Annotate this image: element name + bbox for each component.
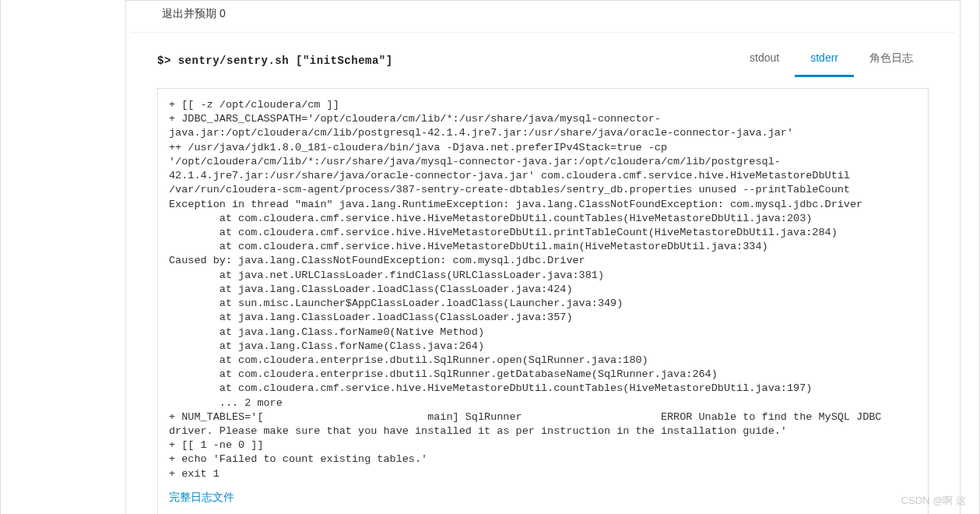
log-tabs: stdout stderr 角色日志 [734,44,929,77]
log-content: + [[ -z /opt/cloudera/cm ]] + JDBC_JARS_… [169,98,917,481]
full-log-link[interactable]: 完整日志文件 [169,491,917,505]
log-panel: 退出并预期 0 $> sentry/sentry.sh ["initSchema… [125,0,961,514]
exit-status-line: 退出并预期 0 [131,1,955,33]
command-line: $> sentry/sentry.sh ["initSchema"] [157,55,393,67]
tab-stderr[interactable]: stderr [795,44,854,77]
tab-stdout[interactable]: stdout [734,44,795,77]
tab-rolelog[interactable]: 角色日志 [854,44,929,77]
log-output-box: + [[ -z /opt/cloudera/cm ]] + JDBC_JARS_… [157,88,929,514]
